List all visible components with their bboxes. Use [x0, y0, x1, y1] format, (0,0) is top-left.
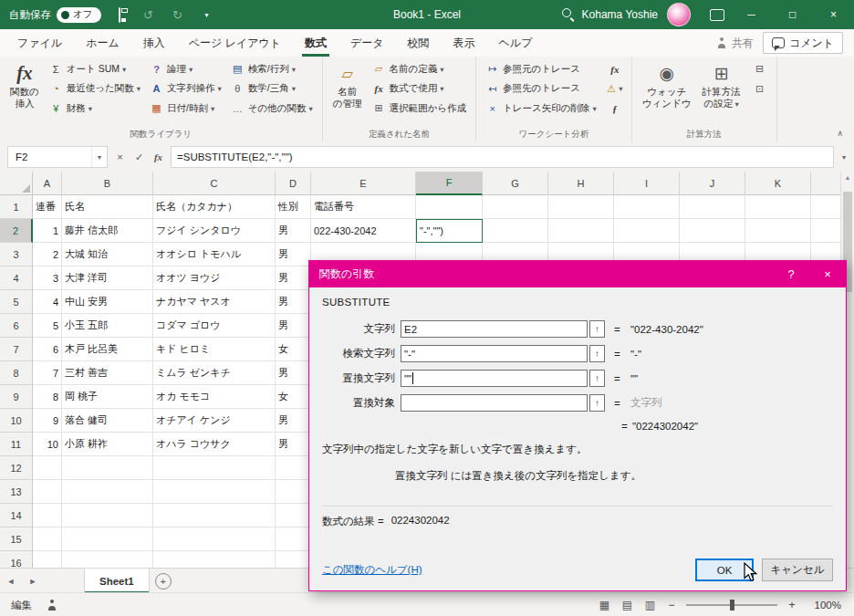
undo-button[interactable]: ↺	[138, 8, 160, 22]
logical-button[interactable]: ? 論理	[145, 59, 226, 79]
cell-D8[interactable]: 男	[276, 361, 311, 385]
cell-B16[interactable]	[62, 551, 153, 568]
column-header-F[interactable]: F	[416, 172, 483, 195]
column-header-K[interactable]: K	[745, 172, 811, 195]
comments-button[interactable]: コメント	[763, 32, 843, 54]
autosave-toggle[interactable]: 自動保存 オフ	[9, 7, 101, 23]
cell-C2[interactable]: フジイ シンタロウ	[153, 219, 276, 243]
row-header-3[interactable]: 3	[0, 243, 33, 266]
row-header-15[interactable]: 15	[0, 527, 33, 551]
sheet-tab-sheet1[interactable]: Sheet1	[84, 569, 150, 593]
cell-D9[interactable]: 女	[276, 385, 311, 409]
cell-D4[interactable]: 男	[276, 266, 311, 290]
view-page-layout-button[interactable]: ▤	[617, 599, 638, 611]
cell-B7[interactable]: 木戸 比呂美	[62, 338, 153, 361]
column-header-A[interactable]: A	[33, 172, 62, 195]
cell-A10[interactable]: 9	[33, 409, 62, 433]
cell-D12[interactable]	[276, 456, 311, 480]
dialog-field-input-4[interactable]	[401, 394, 588, 412]
ribbon-tab-home[interactable]: ホーム	[74, 29, 131, 57]
row-header-13[interactable]: 13	[0, 480, 33, 504]
trace-dependents-button[interactable]: ↤ 参照先のトレース	[481, 79, 601, 99]
dialog-close-button[interactable]: ×	[809, 261, 846, 287]
use-in-formula-button[interactable]: fx 数式で使用	[368, 79, 472, 99]
user-avatar[interactable]	[667, 3, 691, 26]
cell-F2[interactable]: "-","")	[416, 219, 483, 243]
cell-H2[interactable]	[548, 219, 614, 243]
dialog-field-input-2[interactable]: "-"	[401, 345, 588, 362]
cell-C7[interactable]: キド ヒロミ	[153, 338, 276, 361]
zoom-in-button[interactable]: +	[783, 599, 801, 611]
column-header-J[interactable]: J	[680, 172, 745, 195]
cell-A12[interactable]	[33, 456, 62, 480]
dialog-field-input-3[interactable]: ""	[401, 370, 588, 387]
cell-B15[interactable]	[62, 527, 153, 551]
insert-function-button[interactable]: fx 関数の 挿入	[5, 59, 45, 111]
save-button[interactable]	[109, 8, 130, 22]
cell-B8[interactable]: 三村 善吉	[62, 361, 153, 385]
cell-C6[interactable]: コダマ ゴロウ	[153, 314, 276, 338]
share-button[interactable]: 共有	[716, 36, 754, 51]
cell-J2[interactable]	[680, 219, 745, 243]
ok-button[interactable]: OK	[695, 559, 754, 581]
row-header-1[interactable]: 1	[0, 195, 33, 219]
cell-D2[interactable]: 男	[276, 219, 311, 243]
cell-C4[interactable]: オオツ ヨウジ	[153, 266, 276, 290]
cell-C8[interactable]: ミムラ ゼンキチ	[153, 361, 276, 385]
dialog-help-button[interactable]: ?	[773, 261, 809, 287]
collapse-ribbon-button[interactable]: ∧	[837, 129, 843, 138]
minimize-button[interactable]: ─	[731, 0, 772, 29]
column-header-I[interactable]: I	[614, 172, 680, 195]
row-header-9[interactable]: 9	[0, 385, 33, 409]
column-header-G[interactable]: G	[483, 172, 548, 195]
insert-function-fx-button[interactable]: fx	[149, 151, 168, 162]
row-header-6[interactable]: 6	[0, 314, 33, 338]
row-header-10[interactable]: 10	[0, 409, 33, 433]
cell-D15[interactable]	[276, 527, 311, 551]
column-header-C[interactable]: C	[153, 172, 276, 195]
cell-B12[interactable]	[62, 456, 153, 480]
cell-B11[interactable]: 小原 耕祚	[62, 433, 153, 456]
dialog-collapse-button-2[interactable]: ↑	[589, 345, 605, 362]
cell-D7[interactable]: 女	[276, 338, 311, 361]
cell-C15[interactable]	[153, 527, 276, 551]
zoom-slider[interactable]	[686, 604, 777, 606]
cell-D10[interactable]: 男	[276, 409, 311, 433]
row-header-16[interactable]: 16	[0, 551, 33, 568]
row-header-7[interactable]: 7	[0, 338, 33, 361]
dialog-field-input-1[interactable]: E2	[401, 320, 588, 338]
cell-B2[interactable]: 藤井 信太郎	[62, 219, 153, 243]
cell-D16[interactable]	[276, 551, 311, 568]
row-header-12[interactable]: 12	[0, 456, 33, 480]
cell-D1[interactable]: 性別	[276, 195, 311, 219]
cell-C1[interactable]: 氏名（カタカナ）	[153, 195, 276, 219]
ribbon-tab-insert[interactable]: 挿入	[131, 29, 177, 57]
cell-A2[interactable]: 1	[33, 219, 62, 243]
sheet-nav-left-button[interactable]: ◄	[0, 569, 22, 593]
expand-formula-bar-button[interactable]: ▾	[834, 142, 854, 172]
cell-A11[interactable]: 10	[33, 433, 62, 456]
cell-B1[interactable]: 氏名	[62, 195, 153, 219]
cell-H1[interactable]	[548, 195, 614, 219]
redo-button[interactable]: ↻	[167, 8, 189, 22]
ribbon-tab-data[interactable]: データ	[338, 29, 396, 57]
close-button[interactable]: ×	[813, 0, 854, 29]
recent-functions-button[interactable]: ◔ 最近使った関数	[45, 79, 145, 99]
error-checking-button[interactable]: ⚠	[603, 79, 627, 99]
cell-E2[interactable]: 022-430-2042	[311, 219, 416, 243]
remove-arrows-button[interactable]: × トレース矢印の削除	[481, 99, 601, 119]
name-box[interactable]: F2 ▾	[7, 146, 108, 168]
cell-D6[interactable]: 男	[276, 314, 311, 338]
define-name-button[interactable]: ▱ 名前の定義	[368, 59, 472, 79]
cell-A7[interactable]: 6	[33, 338, 62, 361]
ribbon-display-options-button[interactable]	[703, 9, 731, 21]
cell-C16[interactable]	[153, 551, 276, 568]
cell-D14[interactable]	[276, 504, 311, 527]
cancel-button[interactable]: キャンセル	[762, 559, 833, 581]
cell-B4[interactable]: 大津 洋司	[62, 266, 153, 290]
cell-I2[interactable]	[614, 219, 680, 243]
cell-A3[interactable]: 2	[33, 243, 62, 266]
row-header-2[interactable]: 2	[0, 219, 33, 243]
cell-A5[interactable]: 4	[33, 290, 62, 314]
cell-C5[interactable]: ナカヤマ ヤスオ	[153, 290, 276, 314]
